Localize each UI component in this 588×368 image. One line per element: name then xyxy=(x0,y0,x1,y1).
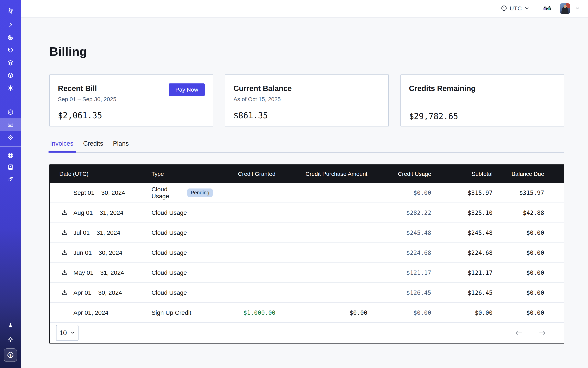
app-logo[interactable] xyxy=(0,3,21,18)
type-cell: Cloud Usage xyxy=(152,229,213,236)
sidebar-item-settings[interactable] xyxy=(0,131,21,144)
next-page-button[interactable] xyxy=(538,330,546,336)
status-badge: Pending xyxy=(187,188,213,197)
gear-icon xyxy=(7,134,14,140)
table-row: Jun 01 – 30, 2024 Cloud Usage -$224.68 $… xyxy=(50,243,564,263)
page-size-select[interactable]: 10 xyxy=(56,325,79,341)
sidebar-item-usage[interactable] xyxy=(0,106,21,118)
invoice-date: Aug 01 – 31, 2024 xyxy=(73,209,123,216)
credit-usage-value: -$245.48 xyxy=(367,229,431,236)
subtotal-value: $126.45 xyxy=(431,289,493,296)
balance-due-value: $0.00 xyxy=(493,269,544,276)
sidebar-divider xyxy=(0,103,21,103)
table-row: May 01 – 31, 2024 Cloud Usage -$121.17 $… xyxy=(50,263,564,283)
invoice-date: Apr 01, 2024 xyxy=(73,309,109,316)
sidebar-item-observe[interactable] xyxy=(0,31,21,44)
pay-now-button[interactable]: Pay Now xyxy=(169,83,205,96)
tab-credits[interactable]: Credits xyxy=(82,140,104,152)
billing-tabs: Invoices Credits Plans xyxy=(49,140,564,153)
table-row: Aug 01 – 31, 2024 Cloud Usage -$282.22 $… xyxy=(50,203,564,223)
content: Billing Recent Bill Sep 01 – Sep 30, 202… xyxy=(21,18,588,368)
current-balance-card: Current Balance As of Oct 15, 2025 $861.… xyxy=(225,74,389,127)
arrow-left-icon xyxy=(515,330,523,336)
download-invoice-button[interactable] xyxy=(61,269,68,276)
col-header-date: Date (UTC) xyxy=(59,171,152,177)
layers-icon xyxy=(7,60,14,66)
sidebar-divider xyxy=(0,147,21,147)
tab-plans[interactable]: Plans xyxy=(112,140,130,152)
download-invoice-button[interactable] xyxy=(61,229,68,236)
col-header-type: Type xyxy=(152,171,213,177)
card-title: Credits Remaining xyxy=(409,84,556,93)
page-size-value: 10 xyxy=(59,329,67,337)
sun-icon xyxy=(7,337,14,343)
timer-icon xyxy=(7,47,14,53)
chevron-down-icon xyxy=(575,6,580,12)
subtotal-value: $224.68 xyxy=(431,249,493,256)
download-slot xyxy=(59,269,73,276)
sidebar-item-docs[interactable] xyxy=(0,161,21,173)
sidebar-item-theme[interactable] xyxy=(0,332,21,347)
type-cell: Cloud Usage xyxy=(152,289,213,296)
main-area: UTC Billing xyxy=(21,0,588,368)
svg-text:$: $ xyxy=(9,353,12,357)
claim-credits-button[interactable]: $ xyxy=(4,349,17,362)
sidebar: $ xyxy=(0,0,21,368)
sidebar-item-services[interactable] xyxy=(0,82,21,94)
sidebar-item-labs[interactable] xyxy=(0,318,21,332)
previous-page-button[interactable] xyxy=(515,330,523,336)
col-header-credit-granted: Credit Granted xyxy=(213,171,275,177)
chevron-right-icon xyxy=(7,22,14,28)
download-slot xyxy=(59,229,73,236)
subtotal-value: $325.10 xyxy=(431,209,493,216)
type-cell: Sign Up Credit xyxy=(152,309,213,316)
timezone-selector[interactable]: UTC xyxy=(501,5,529,12)
credit-usage-value: $0.00 xyxy=(367,309,431,316)
type-cell: Cloud Usage xyxy=(152,209,213,216)
download-slot xyxy=(59,209,73,216)
sidebar-item-layers[interactable] xyxy=(0,56,21,69)
subtotal-value: $315.97 xyxy=(431,189,493,196)
download-slot xyxy=(59,289,73,296)
view-mode-button[interactable] xyxy=(543,5,552,12)
sidebar-item-getting-started[interactable] xyxy=(0,173,21,185)
sidebar-item-billing[interactable] xyxy=(0,118,21,131)
cube-icon xyxy=(7,72,14,79)
table-row: Sept 01 – 30, 2024 Cloud Usage Pending $… xyxy=(50,183,564,203)
download-invoice-button[interactable] xyxy=(61,289,68,296)
date-cell: Sept 01 – 30, 2024 xyxy=(59,189,152,196)
download-icon xyxy=(61,229,68,236)
tab-invoices[interactable]: Invoices xyxy=(49,140,74,152)
type-cell: Cloud Usage xyxy=(152,269,213,276)
sidebar-collapse-button[interactable] xyxy=(0,18,21,31)
subtotal-value: $121.17 xyxy=(431,269,493,276)
invoice-date: Jun 01 – 30, 2024 xyxy=(73,249,122,256)
col-header-credit-purchase-amount: Credit Purchase Amount xyxy=(275,171,367,177)
invoice-type: Cloud Usage xyxy=(152,209,187,216)
dollar-badge-icon: $ xyxy=(7,351,14,359)
credit-purchase-value: $0.00 xyxy=(275,309,367,316)
date-cell: Apr 01 – 30, 2024 xyxy=(59,289,152,296)
download-invoice-button[interactable] xyxy=(61,249,68,256)
lifebuoy-icon xyxy=(7,152,14,158)
sidebar-item-support[interactable] xyxy=(0,149,21,161)
sidebar-item-compute[interactable] xyxy=(0,69,21,82)
invoice-date: Jul 01 – 31, 2024 xyxy=(73,229,120,236)
download-invoice-button[interactable] xyxy=(61,209,68,216)
table-footer: 10 xyxy=(50,323,564,343)
summary-cards: Recent Bill Sep 01 – Sep 30, 2025 $2,061… xyxy=(49,74,564,127)
credits-remaining-amount: $29,782.65 xyxy=(409,111,556,121)
avatar[interactable] xyxy=(560,3,570,14)
sidebar-item-history[interactable] xyxy=(0,44,21,56)
date-cell: Aug 01 – 31, 2024 xyxy=(59,209,152,216)
user-menu-button[interactable] xyxy=(575,6,580,12)
balance-due-value: $0.00 xyxy=(493,249,544,256)
table-row: Jul 01 – 31, 2024 Cloud Usage -$245.48 $… xyxy=(50,223,564,243)
current-balance-amount: $861.35 xyxy=(234,111,380,120)
subtotal-value: $245.48 xyxy=(431,229,493,236)
card-title: Current Balance xyxy=(234,84,380,93)
card-subtitle: As of Oct 15, 2025 xyxy=(234,96,380,103)
credit-usage-value: -$282.22 xyxy=(367,209,431,216)
download-icon xyxy=(61,289,68,296)
invoice-type: Cloud Usage xyxy=(152,289,187,296)
